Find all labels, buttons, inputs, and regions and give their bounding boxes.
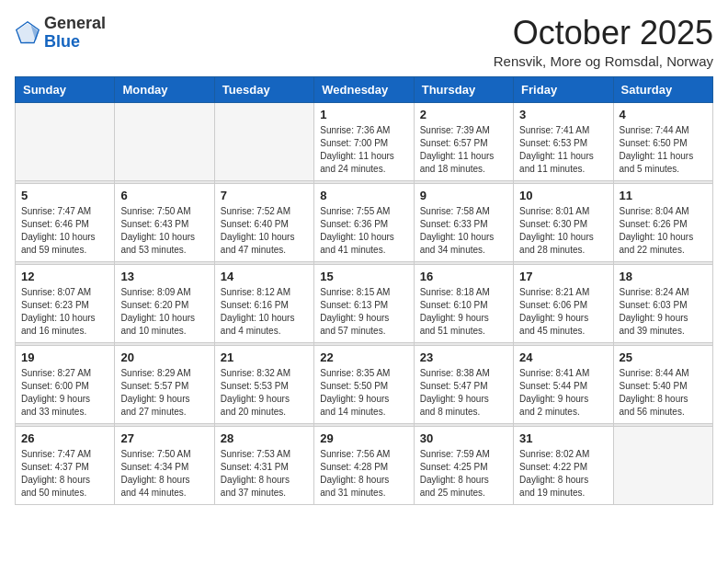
weekday-header-tuesday: Tuesday [214,76,313,102]
calendar-cell: 19Sunrise: 8:27 AM Sunset: 6:00 PM Dayli… [16,345,115,423]
calendar-cell [214,102,313,180]
calendar-cell [16,102,115,180]
day-number: 19 [21,350,108,364]
day-number: 8 [320,189,407,202]
weekday-header-saturday: Saturday [613,76,712,102]
location: Rensvik, More og Romsdal, Norway [494,53,713,69]
day-info: Sunrise: 8:04 AM Sunset: 6:26 PM Dayligh… [620,205,707,257]
day-info: Sunrise: 8:18 AM Sunset: 6:10 PM Dayligh… [420,286,507,338]
calendar-cell: 21Sunrise: 8:32 AM Sunset: 5:53 PM Dayli… [214,345,313,423]
day-info: Sunrise: 7:55 AM Sunset: 6:36 PM Dayligh… [320,205,407,257]
day-number: 24 [519,350,607,364]
day-number: 31 [519,431,607,445]
day-number: 13 [120,270,208,283]
day-number: 6 [120,189,208,202]
calendar-cell: 29Sunrise: 7:56 AM Sunset: 4:28 PM Dayli… [314,426,414,504]
day-info: Sunrise: 8:44 AM Sunset: 5:40 PM Dayligh… [620,367,707,419]
calendar-cell: 22Sunrise: 8:35 AM Sunset: 5:50 PM Dayli… [314,345,414,423]
calendar-cell: 4Sunrise: 7:44 AM Sunset: 6:50 PM Daylig… [613,102,712,180]
day-number: 26 [21,431,108,445]
calendar-week-5: 26Sunrise: 7:47 AM Sunset: 4:37 PM Dayli… [16,426,713,504]
day-info: Sunrise: 8:35 AM Sunset: 5:50 PM Dayligh… [320,367,407,419]
calendar-cell: 5Sunrise: 7:47 AM Sunset: 6:46 PM Daylig… [16,183,115,261]
day-number: 14 [221,270,308,283]
day-number: 15 [320,270,407,283]
calendar-cell [613,426,712,504]
day-info: Sunrise: 8:12 AM Sunset: 6:16 PM Dayligh… [221,286,308,338]
day-info: Sunrise: 7:47 AM Sunset: 4:37 PM Dayligh… [21,448,108,500]
calendar-cell: 6Sunrise: 7:50 AM Sunset: 6:43 PM Daylig… [115,183,214,261]
day-info: Sunrise: 7:39 AM Sunset: 6:57 PM Dayligh… [420,124,507,176]
day-number: 7 [221,189,308,202]
day-number: 11 [620,189,707,202]
month-title: October 2025 [494,15,713,52]
calendar-cell: 27Sunrise: 7:50 AM Sunset: 4:34 PM Dayli… [115,426,214,504]
day-number: 23 [420,350,507,364]
day-number: 4 [620,108,707,121]
day-number: 27 [120,431,208,445]
day-number: 17 [519,270,607,283]
day-info: Sunrise: 7:50 AM Sunset: 6:43 PM Dayligh… [120,205,208,257]
day-info: Sunrise: 8:01 AM Sunset: 6:30 PM Dayligh… [519,205,607,257]
day-info: Sunrise: 8:32 AM Sunset: 5:53 PM Dayligh… [221,367,308,419]
day-info: Sunrise: 7:58 AM Sunset: 6:33 PM Dayligh… [420,205,507,257]
calendar-week-1: 1Sunrise: 7:36 AM Sunset: 7:00 PM Daylig… [16,102,713,180]
weekday-header-thursday: Thursday [414,76,513,102]
day-info: Sunrise: 7:41 AM Sunset: 6:53 PM Dayligh… [519,124,607,176]
page-header: General Blue October 2025 Rensvik, More … [15,15,713,69]
day-info: Sunrise: 8:02 AM Sunset: 4:22 PM Dayligh… [519,448,607,500]
day-info: Sunrise: 8:24 AM Sunset: 6:03 PM Dayligh… [620,286,707,338]
day-number: 21 [221,350,308,364]
calendar-cell: 11Sunrise: 8:04 AM Sunset: 6:26 PM Dayli… [613,183,712,261]
day-number: 30 [420,431,507,445]
calendar-week-2: 5Sunrise: 7:47 AM Sunset: 6:46 PM Daylig… [16,183,713,261]
day-number: 2 [420,108,507,121]
calendar-cell: 23Sunrise: 8:38 AM Sunset: 5:47 PM Dayli… [414,345,513,423]
calendar-week-3: 12Sunrise: 8:07 AM Sunset: 6:23 PM Dayli… [16,264,713,342]
calendar-cell: 14Sunrise: 8:12 AM Sunset: 6:16 PM Dayli… [214,264,313,342]
day-info: Sunrise: 7:53 AM Sunset: 4:31 PM Dayligh… [221,448,308,500]
day-number: 25 [620,350,707,364]
day-info: Sunrise: 7:36 AM Sunset: 7:00 PM Dayligh… [320,124,407,176]
calendar-cell: 10Sunrise: 8:01 AM Sunset: 6:30 PM Dayli… [514,183,613,261]
calendar-cell: 12Sunrise: 8:07 AM Sunset: 6:23 PM Dayli… [16,264,115,342]
weekday-header-sunday: Sunday [16,76,115,102]
day-info: Sunrise: 7:44 AM Sunset: 6:50 PM Dayligh… [620,124,707,176]
calendar-cell: 26Sunrise: 7:47 AM Sunset: 4:37 PM Dayli… [16,426,115,504]
day-number: 12 [21,270,108,283]
weekday-header-wednesday: Wednesday [314,76,414,102]
day-info: Sunrise: 8:41 AM Sunset: 5:44 PM Dayligh… [519,367,607,419]
logo-text: General Blue [44,15,106,52]
day-info: Sunrise: 8:09 AM Sunset: 6:20 PM Dayligh… [120,286,208,338]
title-block: October 2025 Rensvik, More og Romsdal, N… [494,15,713,69]
day-info: Sunrise: 8:29 AM Sunset: 5:57 PM Dayligh… [120,367,208,419]
logo: General Blue [15,15,106,52]
calendar-cell: 1Sunrise: 7:36 AM Sunset: 7:00 PM Daylig… [314,102,414,180]
calendar-table: SundayMondayTuesdayWednesdayThursdayFrid… [15,76,713,505]
day-info: Sunrise: 7:59 AM Sunset: 4:25 PM Dayligh… [420,448,507,500]
logo-general: General [44,14,106,32]
day-info: Sunrise: 7:50 AM Sunset: 4:34 PM Dayligh… [120,448,208,500]
day-info: Sunrise: 7:47 AM Sunset: 6:46 PM Dayligh… [21,205,108,257]
day-info: Sunrise: 8:38 AM Sunset: 5:47 PM Dayligh… [420,367,507,419]
day-number: 29 [320,431,407,445]
calendar-cell: 17Sunrise: 8:21 AM Sunset: 6:06 PM Dayli… [514,264,613,342]
calendar-cell: 28Sunrise: 7:53 AM Sunset: 4:31 PM Dayli… [214,426,313,504]
calendar-cell: 13Sunrise: 8:09 AM Sunset: 6:20 PM Dayli… [115,264,214,342]
calendar-week-4: 19Sunrise: 8:27 AM Sunset: 6:00 PM Dayli… [16,345,713,423]
day-info: Sunrise: 7:52 AM Sunset: 6:40 PM Dayligh… [221,205,308,257]
calendar-cell: 3Sunrise: 7:41 AM Sunset: 6:53 PM Daylig… [514,102,613,180]
day-info: Sunrise: 8:15 AM Sunset: 6:13 PM Dayligh… [320,286,407,338]
calendar-cell: 16Sunrise: 8:18 AM Sunset: 6:10 PM Dayli… [414,264,513,342]
calendar-cell: 20Sunrise: 8:29 AM Sunset: 5:57 PM Dayli… [115,345,214,423]
calendar-cell: 2Sunrise: 7:39 AM Sunset: 6:57 PM Daylig… [414,102,513,180]
day-number: 3 [519,108,607,121]
calendar-cell: 7Sunrise: 7:52 AM Sunset: 6:40 PM Daylig… [214,183,313,261]
day-number: 28 [221,431,308,445]
day-number: 1 [320,108,407,121]
day-info: Sunrise: 7:56 AM Sunset: 4:28 PM Dayligh… [320,448,407,500]
calendar-cell: 24Sunrise: 8:41 AM Sunset: 5:44 PM Dayli… [514,345,613,423]
calendar-cell: 25Sunrise: 8:44 AM Sunset: 5:40 PM Dayli… [613,345,712,423]
calendar-cell: 15Sunrise: 8:15 AM Sunset: 6:13 PM Dayli… [314,264,414,342]
day-number: 16 [420,270,507,283]
